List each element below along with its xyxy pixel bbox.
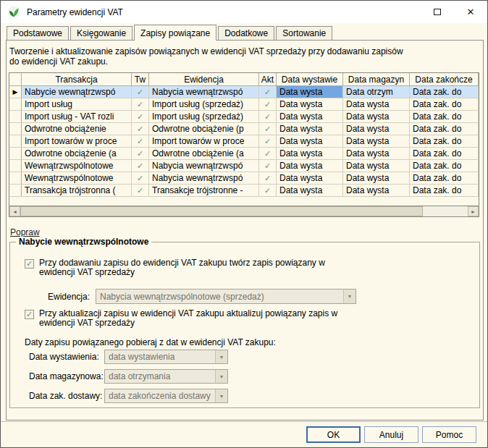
cancel-button[interactable]: Anuluj [364, 426, 418, 443]
cell-data-wystawienia[interactable]: Data wysta [277, 98, 343, 110]
groupbox-title: Nabycie wewnątrzwspólnotowe [16, 237, 151, 247]
cell-transakcja[interactable]: Odwrotne obciążenie [22, 123, 132, 135]
cell-data-wystawienia[interactable]: Data wysta [277, 135, 343, 147]
window-title: Parametry ewidencji VAT [27, 7, 123, 17]
cell-ewidencja[interactable]: Odwrotne obciążenie (a [149, 148, 259, 159]
ok-button[interactable]: OK [306, 426, 361, 443]
cell-transakcja[interactable]: Import towarów w proce [22, 135, 132, 147]
table-row[interactable]: Transakcja trójstronna ( ✓ Transakcje tr… [9, 185, 479, 197]
cell-data-zakonczenia[interactable]: Data zak. do [410, 123, 479, 135]
cell-data-wystawienia[interactable]: Data wysta [277, 111, 343, 122]
cell-ewidencja[interactable]: Import usług (sprzedaż) [149, 98, 259, 110]
cell-tw-check[interactable]: ✓ [132, 135, 149, 147]
cell-akt-check[interactable]: ✓ [259, 185, 277, 196]
cell-tw-check[interactable]: ✓ [132, 160, 149, 172]
cell-data-magazynowa[interactable]: Data wysta [343, 185, 410, 196]
cell-transakcja[interactable]: Odwrotne obciążenie (a [22, 148, 132, 159]
table-row[interactable]: ▶ Nabycie wewnątrzwspó ✓ Nabycia wewnątr… [9, 86, 479, 98]
cell-data-magazynowa[interactable]: Data wysta [343, 135, 410, 147]
grid-empty-space [9, 197, 479, 206]
table-row[interactable]: Wewnątrzwspólnotowe ✓ Nabycia wewnątrzws… [9, 160, 479, 172]
table-row[interactable]: Import usług ✓ Import usług (sprzedaż) ✓… [9, 98, 479, 111]
scroll-thumb[interactable] [20, 206, 423, 216]
tab-dodatkowe[interactable]: Dodatkowe [218, 26, 274, 40]
cell-data-zakonczenia[interactable]: Data zak. do [410, 86, 479, 98]
cell-akt-check[interactable]: ✓ [259, 148, 277, 159]
cell-data-zakonczenia[interactable]: Data zak. do [410, 135, 479, 147]
cell-ewidencja[interactable]: Import usług (sprzedaż) [149, 111, 259, 122]
cell-tw-check[interactable]: ✓ [132, 123, 149, 135]
cell-data-wystawienia[interactable]: Data wysta [277, 160, 343, 172]
table-row[interactable]: Import towarów w proce ✓ Import towarów … [9, 135, 479, 148]
table-row[interactable]: Import usług - VAT rozli ✓ Import usług … [9, 111, 479, 123]
cell-data-wystawienia[interactable]: Data wysta [277, 172, 343, 184]
cell-data-zakonczenia[interactable]: Data zak. do [410, 148, 479, 159]
column-header-data-zakonczenia[interactable]: Data zakończe [410, 73, 479, 85]
cell-akt-check[interactable]: ✓ [259, 86, 277, 98]
scroll-right-button[interactable]: ► [468, 206, 479, 216]
column-header-ewidencja[interactable]: Ewidencja [149, 73, 259, 85]
cell-transakcja[interactable]: Wewnątrzwspólnotowe [22, 160, 132, 172]
cell-data-zakonczenia[interactable]: Data zak. do [410, 111, 479, 122]
tab-ksiegowanie[interactable]: Księgowanie [70, 26, 132, 40]
column-header-akt[interactable]: Akt [259, 73, 277, 85]
cell-data-magazynowa[interactable]: Data wysta [343, 160, 410, 172]
cell-tw-check[interactable]: ✓ [132, 111, 149, 122]
cell-data-wystawienia[interactable]: Data wysta [277, 123, 343, 135]
cell-akt-check[interactable]: ✓ [259, 111, 277, 122]
cell-ewidencja[interactable]: Nabycia wewnątrzwspó [149, 160, 259, 172]
maximize-button[interactable] [421, 1, 454, 23]
cell-transakcja[interactable]: Nabycie wewnątrzwspó [22, 86, 132, 98]
cell-data-zakonczenia[interactable]: Data zak. do [410, 98, 479, 110]
cell-tw-check[interactable]: ✓ [132, 172, 149, 184]
cell-data-wystawienia[interactable]: Data wysta [277, 86, 343, 98]
cell-data-wystawienia[interactable]: Data wysta [277, 185, 343, 196]
cell-akt-check[interactable]: ✓ [259, 123, 277, 135]
column-header-data-magazynowa[interactable]: Data magazyn [343, 73, 410, 85]
horizontal-scrollbar[interactable]: ◄ ► [9, 206, 479, 216]
cell-data-zakonczenia[interactable]: Data zak. do [410, 160, 479, 172]
table-row[interactable]: Odwrotne obciążenie ✓ Odwrotne obciążeni… [9, 123, 479, 135]
scroll-left-button[interactable]: ◄ [9, 206, 20, 216]
table-row[interactable]: Odwrotne obciążenie (a ✓ Odwrotne obciąż… [9, 148, 479, 160]
cell-data-magazynowa[interactable]: Data wysta [343, 123, 410, 135]
cell-data-zakonczenia[interactable]: Data zak. do [410, 185, 479, 196]
cell-tw-check[interactable]: ✓ [132, 185, 149, 196]
tab-strip: Podstawowe Księgowanie Zapisy powiązane … [7, 25, 334, 40]
cell-data-wystawienia[interactable]: Data wysta [277, 148, 343, 159]
cell-data-magazynowa[interactable]: Data wysta [343, 172, 410, 184]
cell-tw-check[interactable]: ✓ [132, 98, 149, 110]
tab-sortowanie[interactable]: Sortowanie [276, 26, 332, 40]
table-row[interactable]: Wewnątrzwspólnotowe ✓ Nabycia wewnątrzws… [9, 172, 479, 185]
cell-ewidencja[interactable]: Odwrotne obciążenie (p [149, 123, 259, 135]
cell-data-magazynowa[interactable]: Data wysta [343, 98, 410, 110]
cell-data-magazynowa[interactable]: Data wysta [343, 111, 410, 122]
cell-transakcja[interactable]: Transakcja trójstronna ( [22, 185, 132, 196]
cell-transakcja[interactable]: Import usług [22, 98, 132, 110]
tab-zapisy-powiazane[interactable]: Zapisy powiązane [134, 25, 216, 41]
cell-ewidencja[interactable]: Nabycia wewnątrzwspó [149, 172, 259, 184]
cell-transakcja[interactable]: Wewnątrzwspólnotowe [22, 172, 132, 184]
help-button[interactable]: Pomoc [422, 426, 476, 443]
column-header-transakcja[interactable]: Transakcja [22, 73, 132, 85]
cell-transakcja[interactable]: Import usług - VAT rozli [22, 111, 132, 122]
cell-akt-check[interactable]: ✓ [259, 172, 277, 184]
scroll-track[interactable] [20, 206, 468, 216]
cell-ewidencja[interactable]: Nabycia wewnątrzwspó [149, 86, 259, 98]
create-linked-entry-label: Przy dodawaniu zapisu do ewidencji VAT z… [39, 258, 347, 277]
tab-podstawowe[interactable]: Podstawowe [7, 26, 69, 40]
cell-ewidencja[interactable]: Transakcje trójstronne - [149, 185, 259, 196]
close-button[interactable]: ✕ [454, 1, 487, 23]
column-header-data-wystawienia[interactable]: Data wystawie [277, 73, 343, 85]
cell-data-magazynowa[interactable]: Data otrzym [343, 86, 410, 98]
cell-akt-check[interactable]: ✓ [259, 98, 277, 110]
cell-akt-check[interactable]: ✓ [259, 160, 277, 172]
cell-tw-check[interactable]: ✓ [132, 148, 149, 159]
column-header-tw[interactable]: Tw [132, 73, 149, 85]
popraw-link[interactable]: Popraw [10, 227, 40, 237]
cell-ewidencja[interactable]: Import towarów w proce [149, 135, 259, 147]
cell-data-magazynowa[interactable]: Data wysta [343, 148, 410, 159]
cell-data-zakonczenia[interactable]: Data zak. do [410, 172, 479, 184]
cell-tw-check[interactable]: ✓ [132, 86, 149, 98]
cell-akt-check[interactable]: ✓ [259, 135, 277, 147]
